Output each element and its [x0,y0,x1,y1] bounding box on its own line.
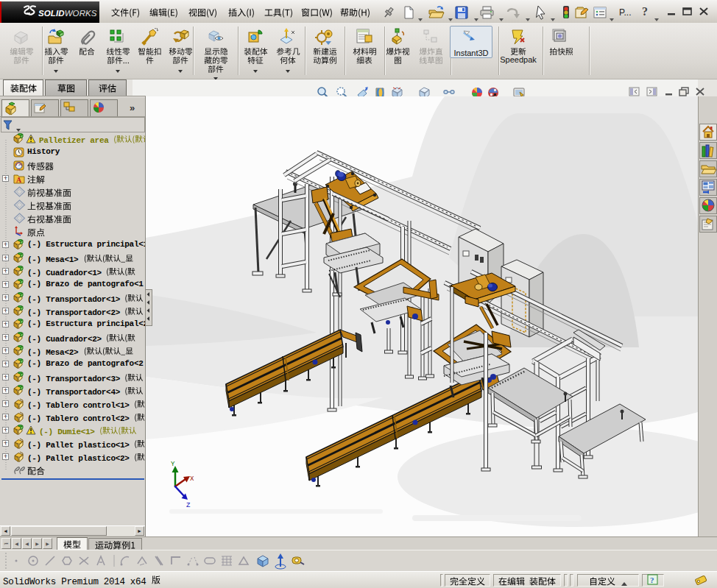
svg-text:SOLIDWORKS: SOLIDWORKS [38,9,97,18]
svg-text:A: A [16,176,22,184]
svg-text:X: X [190,475,194,483]
svg-text:?: ? [642,5,648,18]
svg-text:Z: Z [186,502,191,509]
svg-text:?: ? [650,575,654,584]
svg-text:Y: Y [171,461,175,468]
